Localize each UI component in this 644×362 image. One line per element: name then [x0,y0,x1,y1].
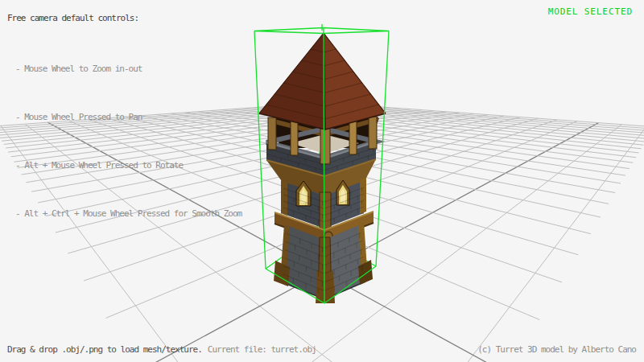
credit-label: (c) Turret 3D model by Alberto Cano [477,344,636,355]
post-right-corner [369,117,377,149]
roof-face-left [259,33,325,130]
bbox-right-vertical-edge [376,31,389,267]
footer-hint: Drag & drop .obj/.png to load mesh/textu… [7,344,316,355]
corner-trim-right [360,178,366,214]
post-front-corner [320,125,330,164]
drop-hint: Drag & drop .obj/.png to load mesh/textu… [7,344,202,355]
help-title: Free camera default controls: [7,13,138,23]
help-item: - Mouse Wheel Pressed to Pan [15,109,242,125]
help-list: - Mouse Wheel to Zoom in-out - Mouse Whe… [15,29,242,254]
current-file-label: Current file: turret.obj [208,344,316,355]
post-right-mid [349,120,357,154]
help-item: - Alt + Ctrl + Mouse Wheel Pressed for S… [15,206,242,222]
corner-trim-front [320,192,331,232]
help-item: - Alt + Mouse Wheel Pressed to Rotate [15,158,242,174]
roof-face-right [324,33,386,130]
model-viewer-app: Free camera default controls: - Mouse Wh… [0,0,644,362]
corner-trim-left [281,180,287,216]
status-badge: MODEL SELECTED [548,6,633,17]
help-item: - Mouse Wheel to Zoom in-out [15,61,242,77]
turret-model[interactable] [259,33,386,303]
post-left-mid [291,121,298,155]
post-left-corner [268,117,276,150]
